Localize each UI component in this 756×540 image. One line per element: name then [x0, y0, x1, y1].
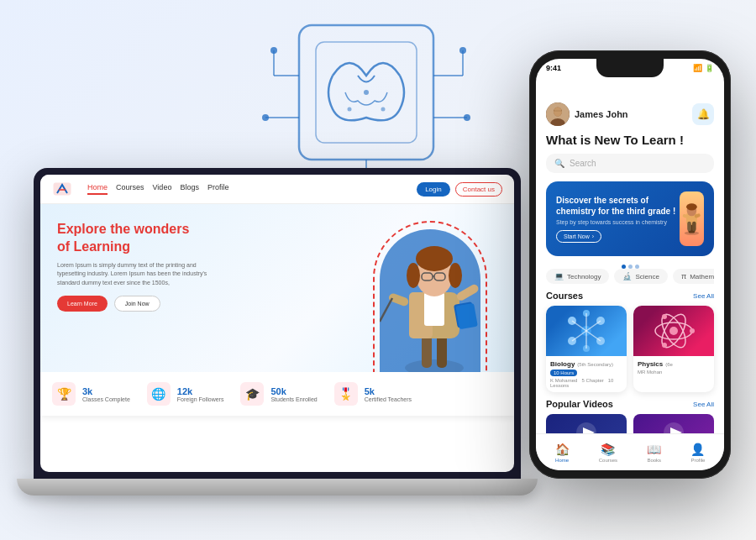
physics-course-info: Physics (6e MR Mohan: [633, 356, 714, 379]
stat-followers-number: 12k: [177, 386, 224, 396]
nav-link-home[interactable]: Home: [87, 183, 108, 195]
svg-point-20: [405, 359, 464, 372]
phone-shell: 9:41 📶 🔋: [529, 50, 731, 479]
hero-description: Lorem Ipsum is simply dummy text of the …: [57, 261, 225, 288]
svg-point-27: [416, 246, 453, 271]
hero-image: [371, 208, 506, 372]
svg-line-59: [572, 321, 586, 331]
svg-point-69: [690, 328, 695, 333]
stats-bar: 🏆 3k Classes Complete 🌐 12k Foreign Foll…: [40, 372, 514, 416]
svg-rect-50: [687, 222, 691, 232]
nav-item-home[interactable]: 🏠 Home: [555, 443, 570, 463]
physics-level: (6e: [665, 362, 673, 367]
courses-nav-label: Courses: [599, 458, 617, 463]
course-card-biology[interactable]: Biology (5th Secondary) 10 Hours K Moham…: [546, 306, 627, 392]
stat-followers-info: 12k Foreign Followers: [177, 386, 224, 402]
stat-classes-label: Classes Complete: [82, 396, 130, 402]
laptop-screen-content: Home Courses Video Blogs Profile Login C…: [40, 175, 514, 472]
biology-hours: 10 Hours: [550, 370, 622, 376]
banner-card: Discover the secrets of chemistry for th…: [546, 181, 714, 256]
courses-see-all[interactable]: See All: [693, 292, 714, 300]
phone-mockup: 9:41 📶 🔋: [529, 50, 731, 479]
videos-see-all[interactable]: See All: [693, 401, 714, 408]
videos-section-title: Popular Videos: [546, 399, 613, 409]
banner-text: Discover the secrets of chemistry for th…: [556, 195, 680, 243]
pill-technology[interactable]: 💻 Technology: [546, 269, 609, 284]
status-time: 9:41: [546, 64, 561, 72]
physics-name: Physics: [638, 360, 663, 368]
stat-followers-label: Foreign Followers: [177, 396, 224, 402]
science-icon: 🔬: [622, 272, 632, 280]
category-pills: 💻 Technology 🔬 Science π Mathematics: [546, 269, 714, 284]
phone-screen: 9:41 📶 🔋: [536, 59, 724, 470]
pill-science[interactable]: 🔬 Science: [614, 269, 667, 284]
pill-technology-label: Technology: [567, 273, 601, 280]
stat-teachers: 🎖️ 5k Certified Teachers: [334, 382, 412, 406]
svg-point-18: [381, 107, 386, 112]
website-nav-links: Home Courses Video Blogs Profile: [87, 183, 228, 195]
avatar: [546, 102, 570, 126]
banner-title: Discover the secrets of chemistry for th…: [556, 195, 680, 217]
website-logo: [52, 181, 72, 197]
stat-students-icon: 🎓: [240, 382, 264, 406]
user-info: James John: [546, 102, 628, 126]
math-icon: π: [681, 272, 686, 280]
notification-button[interactable]: 🔔: [692, 103, 714, 125]
laptop-base: [17, 479, 538, 495]
status-icons: 📶 🔋: [693, 64, 714, 72]
search-bar[interactable]: 🔍 Search: [546, 154, 714, 173]
videos-section-header: Popular Videos See All: [546, 399, 714, 409]
courses-nav-icon: 📚: [601, 443, 615, 456]
laptop-screen: Home Courses Video Blogs Profile Login C…: [34, 168, 521, 479]
svg-point-71: [662, 343, 667, 348]
nav-item-books[interactable]: 📖 Books: [647, 443, 661, 463]
biology-meta: K Mohamed 5 Chapter 10 Lessons: [550, 378, 622, 388]
search-icon: 🔍: [554, 159, 564, 168]
dot-3: [635, 265, 639, 269]
nav-link-profile[interactable]: Profile: [207, 183, 229, 195]
learn-more-button[interactable]: Learn More: [57, 296, 108, 312]
svg-point-9: [459, 47, 466, 54]
stat-students-info: 50k Students Enrolled: [270, 386, 317, 402]
login-button[interactable]: Login: [417, 182, 450, 197]
biology-name: Biology: [550, 360, 575, 368]
join-now-button[interactable]: Join Now: [114, 296, 160, 312]
svg-point-11: [464, 114, 470, 121]
website-navbar: Home Courses Video Blogs Profile Login C…: [40, 175, 514, 204]
profile-nav-label: Profile: [690, 458, 705, 463]
nav-link-blogs[interactable]: Blogs: [180, 183, 199, 195]
course-card-physics[interactable]: Physics (6e MR Mohan: [633, 306, 714, 392]
contact-button[interactable]: Contact us: [455, 182, 502, 197]
nav-link-courses[interactable]: Courses: [116, 183, 144, 195]
pill-science-label: Science: [635, 273, 659, 280]
banner-subtitle: Step by step towards success in chemistr…: [556, 219, 680, 225]
physics-title-row: Physics (6e: [638, 360, 710, 368]
pill-math-label: Mathematics: [690, 273, 714, 280]
technology-icon: 💻: [554, 272, 564, 280]
nav-link-video[interactable]: Video: [153, 183, 172, 195]
biology-title-row: Biology (5th Secondary): [550, 360, 622, 368]
user-name: James John: [575, 109, 628, 119]
pill-math[interactable]: π Mathematics: [673, 269, 714, 284]
stat-classes-icon: 🏆: [52, 382, 76, 406]
stat-teachers-number: 5k: [365, 386, 412, 396]
physics-meta: MR Mohan: [638, 370, 710, 375]
phone-greeting: What is New To Learn !: [546, 133, 714, 147]
stat-teachers-info: 5k Certified Teachers: [365, 386, 412, 402]
stat-followers: 🌐 12k Foreign Followers: [147, 382, 224, 406]
svg-point-47: [686, 203, 697, 210]
home-nav-label: Home: [555, 458, 569, 463]
svg-line-61: [572, 331, 586, 341]
svg-rect-51: [692, 222, 696, 232]
nav-item-courses[interactable]: 📚 Courses: [599, 443, 617, 463]
laptop-mockup: Home Courses Video Blogs Profile Login C…: [34, 168, 529, 521]
stat-followers-icon: 🌐: [147, 382, 171, 406]
books-nav-label: Books: [647, 458, 661, 463]
svg-point-42: [554, 107, 562, 117]
biology-hours-badge: 10 Hours: [550, 370, 577, 376]
start-now-button[interactable]: Start Now ›: [556, 230, 601, 243]
svg-point-6: [262, 114, 269, 121]
svg-line-62: [586, 331, 601, 341]
nav-item-profile[interactable]: 👤 Profile: [690, 443, 705, 463]
phone-notch: [596, 59, 664, 77]
